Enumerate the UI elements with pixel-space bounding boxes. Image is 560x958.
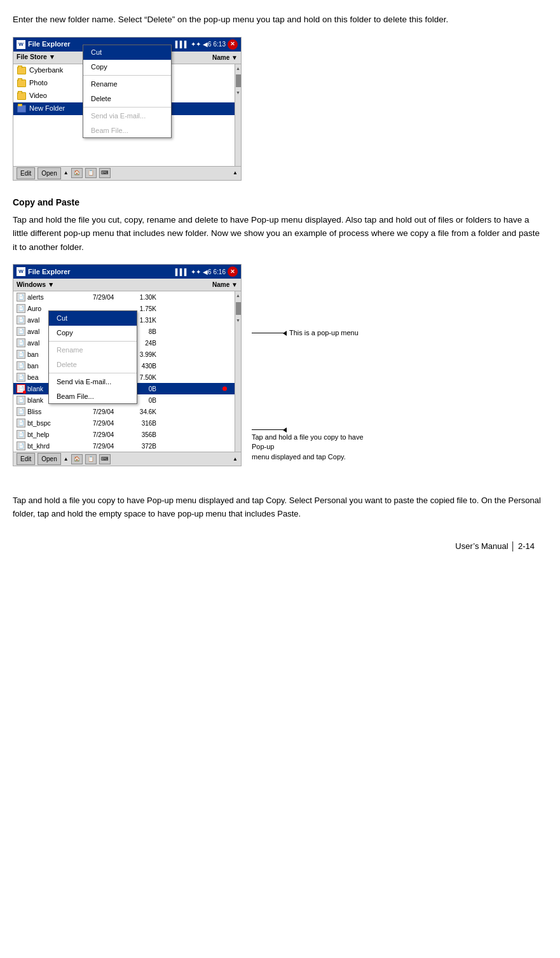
windows-logo-icon-2: W bbox=[17, 267, 25, 276]
nav-arrow-1[interactable]: ▲ bbox=[64, 169, 69, 177]
menu-divider-3 bbox=[49, 341, 137, 342]
nav-arrow-3[interactable]: ▲ bbox=[64, 455, 69, 463]
list-item[interactable]: 📄 Bliss 7/29/04 34.6K bbox=[13, 406, 235, 417]
scroll-up-icon-2[interactable]: ▲ bbox=[236, 291, 240, 301]
list-item[interactable]: 📄 bt_bspc 7/29/04 316B bbox=[13, 417, 235, 429]
menu-item-email-1: Send via E-mail... bbox=[83, 109, 171, 123]
contacts-icon-2[interactable]: 📋 bbox=[85, 454, 97, 464]
file-size: 372B bbox=[131, 441, 156, 451]
menu-item-delete-1[interactable]: Delete bbox=[83, 92, 171, 106]
section-heading-copy-paste: Copy and Paste bbox=[13, 196, 541, 209]
app-title-2: File Explorer bbox=[28, 267, 71, 277]
scroll-down-icon[interactable]: ▼ bbox=[236, 88, 240, 98]
sound-icon-2: ◀6 bbox=[203, 267, 212, 277]
file-icon: 📄 bbox=[17, 396, 25, 405]
menu-item-copy-1[interactable]: Copy bbox=[83, 60, 171, 74]
windows-logo-icon: W bbox=[17, 40, 25, 49]
wifi-icon-2: ✦✦ bbox=[191, 267, 201, 277]
intro-paragraph: Enter the new folder name. Select “Delet… bbox=[13, 13, 541, 27]
folder-icon-selected bbox=[17, 104, 27, 113]
menu-item-beam-2[interactable]: Beam File... bbox=[49, 389, 137, 404]
file-icon: 📄 bbox=[17, 441, 25, 450]
file-size: 34.6K bbox=[131, 407, 156, 417]
app-title-1: File Explorer bbox=[28, 39, 71, 50]
open-button-2[interactable]: Open bbox=[38, 453, 60, 465]
contacts-icon-1[interactable]: 📋 bbox=[85, 168, 97, 178]
folder-icon bbox=[17, 79, 27, 88]
menu-divider-4 bbox=[49, 373, 137, 373]
keyboard-icon-2[interactable]: ⌨ bbox=[99, 454, 111, 464]
menu-item-rename-1[interactable]: Rename bbox=[83, 77, 171, 92]
scroll-down-icon-2[interactable]: ▼ bbox=[236, 316, 240, 326]
red-dot-indicator bbox=[222, 387, 227, 391]
scrollbar-2[interactable]: ▲ ▼ bbox=[235, 291, 241, 452]
device-screenshot-2: W File Explorer ▌▌▌ ✦✦ ◀6 6:16 ✕ Windows… bbox=[13, 264, 242, 466]
annotation-arrow-1 bbox=[283, 331, 287, 336]
home-icon-2[interactable]: 🏠 bbox=[71, 454, 83, 464]
file-name-selected: New Folder bbox=[29, 103, 65, 114]
annotation-line-2 bbox=[252, 429, 283, 430]
file-date: 7/29/04 bbox=[93, 407, 131, 417]
file-icon: 📄 bbox=[17, 373, 25, 382]
file-icon: 📄 bbox=[17, 361, 25, 370]
file-name: Cyberbank bbox=[29, 65, 63, 76]
file-icon: 📄 bbox=[17, 327, 25, 336]
list-item[interactable]: 📄 bt_khrd 7/29/04 372B bbox=[13, 440, 235, 452]
nav-arrow-4[interactable]: ▲ bbox=[233, 455, 238, 463]
edit-button-1[interactable]: Edit bbox=[17, 167, 35, 179]
keyboard-icon-1[interactable]: ⌨ bbox=[99, 168, 111, 178]
clock-1: 6:13 bbox=[214, 39, 226, 49]
menu-item-rename-2: Rename bbox=[49, 343, 137, 358]
menu-item-cut-2[interactable]: Cut bbox=[49, 311, 137, 326]
list-item[interactable]: 📄 bt_help 7/29/04 356B bbox=[13, 429, 235, 440]
file-icon: 📄 bbox=[17, 350, 25, 359]
bottombar-1: Edit Open ▲ 🏠 📋 ⌨ ▲ bbox=[13, 166, 241, 180]
open-button-1[interactable]: Open bbox=[38, 167, 60, 179]
menu-item-beam-1: Beam File... bbox=[83, 123, 171, 138]
file-icon: 📄 bbox=[17, 316, 25, 324]
file-icon: 📄 bbox=[17, 430, 25, 439]
file-name: Video bbox=[29, 90, 47, 101]
file-size: 316B bbox=[131, 419, 156, 428]
annotation-text-1: This is a pop-up menu bbox=[289, 328, 359, 338]
titlebar-2: W File Explorer ▌▌▌ ✦✦ ◀6 6:16 ✕ bbox=[13, 265, 241, 279]
home-icon-1[interactable]: 🏠 bbox=[71, 168, 83, 178]
folder-icon bbox=[17, 66, 27, 75]
annotation-arrow-2 bbox=[283, 427, 287, 433]
clock-2: 6:16 bbox=[214, 267, 226, 277]
windows-dropdown[interactable]: Windows ▼ bbox=[17, 280, 93, 290]
signal-icon-2: ▌▌▌ bbox=[175, 267, 189, 277]
edit-button-2[interactable]: Edit bbox=[17, 453, 35, 465]
close-button-1[interactable]: ✕ bbox=[228, 39, 238, 50]
menu-item-cut-1[interactable]: Cut bbox=[83, 45, 171, 60]
file-date: 7/29/04 bbox=[93, 293, 131, 302]
list-item[interactable]: 📄 alerts 7/29/04 1.30K bbox=[13, 291, 235, 303]
file-size: 1.30K bbox=[131, 293, 156, 302]
sort-name-dropdown-1[interactable]: Name ▼ bbox=[212, 53, 238, 62]
file-date: 7/29/04 bbox=[93, 419, 131, 428]
nav-arrow-2[interactable]: ▲ bbox=[233, 169, 238, 177]
file-date: 7/29/04 bbox=[93, 430, 131, 440]
menu-item-email-2[interactable]: Send via E-mail... bbox=[49, 375, 137, 389]
file-icon: 📄 bbox=[17, 419, 25, 427]
annotation-2: Tap and hold a file you copy to have Pop… bbox=[252, 427, 379, 462]
scroll-up-icon[interactable]: ▲ bbox=[236, 64, 240, 74]
file-icon: 📄 bbox=[17, 338, 25, 347]
device-screenshot-1: W File Explorer ▌▌▌ ✦✦ ◀6 6:13 ✕ File St… bbox=[13, 37, 242, 181]
scroll-thumb[interactable] bbox=[236, 74, 241, 87]
file-icon: 📄 bbox=[17, 293, 25, 302]
annotation-text-2: Tap and hold a file you copy to have Pop… bbox=[252, 433, 379, 462]
scroll-thumb-2[interactable] bbox=[236, 302, 241, 315]
titlebar-right-2: ▌▌▌ ✦✦ ◀6 6:16 ✕ bbox=[175, 267, 238, 277]
sort-name-dropdown-2[interactable]: Name ▼ bbox=[212, 280, 238, 289]
close-button-2[interactable]: ✕ bbox=[228, 267, 238, 277]
wifi-icon: ✦✦ bbox=[191, 39, 201, 49]
copy-paste-body: Tap and hold the file you cut, copy, ren… bbox=[13, 213, 541, 254]
file-store-dropdown[interactable]: File Store ▼ bbox=[17, 52, 93, 62]
menu-item-copy-2[interactable]: Copy bbox=[49, 326, 137, 340]
file-icon: 📄 bbox=[17, 304, 25, 313]
context-menu-1: Cut Copy Rename Delete Send via E-mail..… bbox=[83, 45, 172, 138]
annotation-line-1 bbox=[252, 333, 283, 333]
toolbar-2: Windows ▼ Name ▼ bbox=[13, 279, 241, 291]
scrollbar-1[interactable]: ▲ ▼ bbox=[235, 64, 241, 166]
